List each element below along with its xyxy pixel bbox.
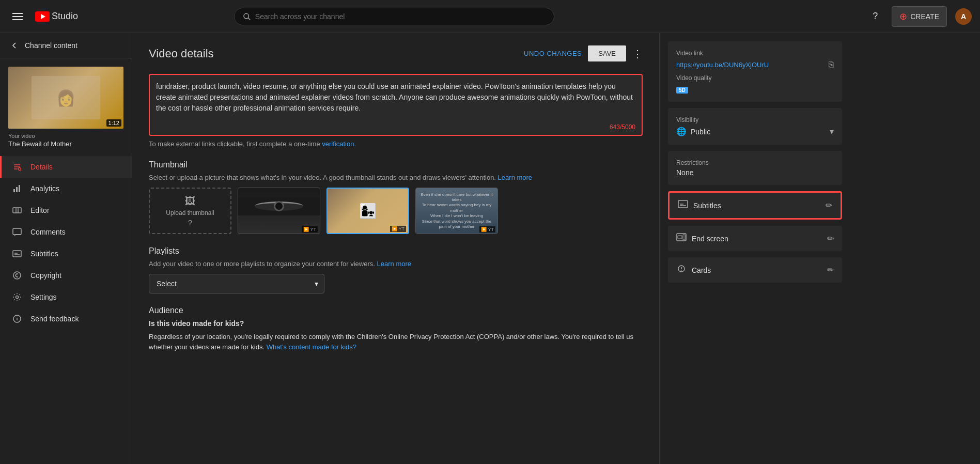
create-button[interactable]: ⊕ CREATE xyxy=(892,6,947,27)
sidebar-item-settings[interactable]: Settings xyxy=(0,286,132,308)
header: Studio ? ⊕ CREATE A xyxy=(0,0,980,33)
sidebar-item-copyright[interactable]: Copyright xyxy=(0,265,132,286)
feedback-icon xyxy=(12,314,22,323)
search-bar[interactable] xyxy=(234,8,554,25)
sidebar-item-feedback[interactable]: Send feedback xyxy=(0,308,132,330)
sidebar-item-subtitles[interactable]: Subtitles xyxy=(0,243,132,265)
your-video-label: Your video xyxy=(8,133,123,139)
video-quality-label: Video quality xyxy=(676,74,834,82)
svg-rect-12 xyxy=(13,208,21,213)
hamburger-icon[interactable] xyxy=(8,9,27,24)
svg-rect-15 xyxy=(13,228,21,235)
page-header: Video details UNDO CHANGES SAVE ⋮ xyxy=(149,45,643,61)
header-left: Studio xyxy=(8,9,78,24)
search-input[interactable] xyxy=(255,12,546,21)
cards-edit-icon[interactable]: ✏ xyxy=(827,265,834,275)
cards-label: Cards xyxy=(692,266,711,274)
analytics-label: Analytics xyxy=(30,184,59,193)
cards-left: Cards xyxy=(676,265,711,275)
visibility-left: 🌐 Public xyxy=(676,127,710,136)
copyright-label: Copyright xyxy=(30,271,61,280)
right-panel: Video link https://youtu.be/DUN6yXjOUrU … xyxy=(659,33,850,464)
thumbnail-learn-more[interactable]: Learn more xyxy=(498,174,532,181)
svg-line-3 xyxy=(248,18,251,20)
settings-icon xyxy=(12,292,22,302)
visibility-row: 🌐 Public ▾ xyxy=(676,127,834,136)
sidebar-back-button[interactable]: Channel content xyxy=(0,33,132,58)
svg-point-7 xyxy=(19,168,21,171)
playlists-title: Playlists xyxy=(149,246,643,256)
description-box[interactable]: fundraiser, product launch, video resume… xyxy=(149,74,643,136)
end-screen-card[interactable]: End screen ✏ xyxy=(668,226,842,251)
svg-point-20 xyxy=(16,296,19,299)
upload-thumbnail-button[interactable]: 🖼 Upload thumbnail ? xyxy=(149,188,231,234)
create-label: CREATE xyxy=(910,12,939,21)
svg-rect-29 xyxy=(678,236,682,239)
globe-icon: 🌐 xyxy=(676,127,687,136)
thumbnail-option-3[interactable]: Even if she doesn't care but whatever it… xyxy=(415,188,498,234)
restrictions-label: Restrictions xyxy=(676,159,834,166)
editor-label: Editor xyxy=(30,206,50,214)
main-content: Video details UNDO CHANGES SAVE ⋮ fundra… xyxy=(132,33,980,464)
video-link-url[interactable]: https://youtu.be/DUN6yXjOUrU xyxy=(676,61,769,69)
settings-label: Settings xyxy=(30,293,57,301)
header-right: ? ⊕ CREATE A xyxy=(867,6,972,27)
sidebar-item-details[interactable]: Details xyxy=(0,156,132,178)
verification-link[interactable]: verification. xyxy=(322,140,356,148)
playlists-desc: Add your video to one or more playlists … xyxy=(149,260,643,268)
layout: Channel content 👩 1:12 Your video The Be… xyxy=(0,33,980,464)
page-actions: UNDO CHANGES SAVE ⋮ xyxy=(524,45,643,61)
editor-icon xyxy=(12,206,22,215)
subtitles-label: Subtitles xyxy=(693,202,721,210)
cards-card[interactable]: Cards ✏ xyxy=(668,257,842,283)
end-screen-edit-icon[interactable]: ✏ xyxy=(827,234,834,243)
save-button[interactable]: SAVE xyxy=(588,45,626,61)
logo[interactable]: Studio xyxy=(35,11,78,22)
sidebar-item-analytics[interactable]: Analytics xyxy=(0,178,132,199)
visibility-label: Visibility xyxy=(676,116,834,123)
svg-line-8 xyxy=(21,170,21,171)
verification-notice: To make external links clickable, first … xyxy=(149,140,643,148)
thumbnail-option-1[interactable]: ▶️ YT xyxy=(238,188,320,234)
kids-content-link[interactable]: What's content made for kids? xyxy=(267,343,356,351)
visibility-card[interactable]: Visibility 🌐 Public ▾ xyxy=(668,108,842,145)
thumbnail-section: Thumbnail Select or upload a picture tha… xyxy=(149,160,643,234)
restrictions-value: None xyxy=(676,168,834,177)
youtube-logo-icon xyxy=(35,11,50,22)
char-count: 643/5000 xyxy=(610,123,635,131)
end-screen-label: End screen xyxy=(692,235,728,243)
visibility-dropdown-icon[interactable]: ▾ xyxy=(830,127,834,136)
description-text: fundraiser, product launch, video resume… xyxy=(156,81,635,114)
sidebar-item-comments[interactable]: Comments xyxy=(0,221,132,243)
sidebar: Channel content 👩 1:12 Your video The Be… xyxy=(0,33,132,464)
playlists-learn-more[interactable]: Learn more xyxy=(377,260,411,268)
undo-changes-button[interactable]: UNDO CHANGES xyxy=(524,50,582,57)
comments-icon xyxy=(12,227,22,237)
search-icon xyxy=(243,12,251,21)
upload-icon: 🖼 xyxy=(185,195,195,207)
thumbnail-option-2[interactable]: 👩‍👧 ▶️ YT xyxy=(326,188,409,234)
svg-rect-28 xyxy=(683,235,685,240)
copy-link-icon[interactable]: ⎘ xyxy=(829,60,834,69)
playlist-select[interactable]: Select xyxy=(149,274,324,293)
avatar[interactable]: A xyxy=(955,8,972,25)
audience-subtitle: Is this video made for kids? xyxy=(149,319,643,328)
sidebar-item-editor[interactable]: Editor xyxy=(0,199,132,221)
audience-title: Audience xyxy=(149,306,643,315)
channel-content-label: Channel content xyxy=(25,41,77,50)
nav-items: Details Analytics xyxy=(0,156,132,464)
subtitles-edit-icon[interactable]: ✏ xyxy=(826,200,832,210)
svg-point-19 xyxy=(13,272,21,279)
video-link-label: Video link xyxy=(676,50,834,57)
playlists-section: Playlists Add your video to one or more … xyxy=(149,246,643,293)
svg-rect-11 xyxy=(19,185,20,192)
end-screen-left: End screen xyxy=(676,233,728,244)
more-options-button[interactable]: ⋮ xyxy=(632,48,643,60)
video-quality-badge: 5D xyxy=(676,87,688,94)
subtitles-card[interactable]: Subtitles ✏ xyxy=(668,191,842,220)
video-duration: 1:12 xyxy=(106,119,121,127)
feedback-label: Send feedback xyxy=(30,315,79,323)
subtitles-card-icon xyxy=(678,200,688,211)
analytics-icon xyxy=(12,184,22,193)
help-button[interactable]: ? xyxy=(867,8,883,25)
